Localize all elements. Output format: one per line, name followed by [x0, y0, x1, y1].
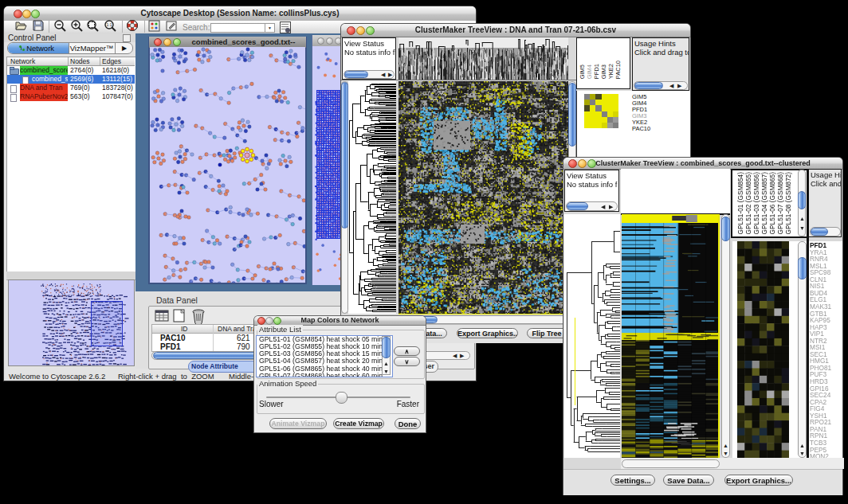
svg-text:1:1: 1:1	[107, 22, 112, 27]
svg-text:Search:: Search:	[183, 23, 210, 32]
